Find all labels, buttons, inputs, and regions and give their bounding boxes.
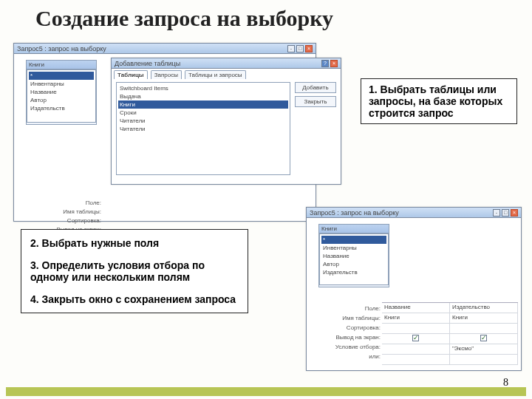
tab-queries[interactable]: Запросы: [151, 70, 182, 79]
grid-row-table[interactable]: Книги Книги: [382, 313, 518, 324]
bg-fields-list[interactable]: * Инвентарны Название Автор Издательств: [27, 69, 96, 123]
checkbox-icon[interactable]: [480, 335, 487, 341]
list-item[interactable]: Switchboard Items: [118, 84, 288, 92]
dialog-list[interactable]: Switchboard Items Выдача Книги Сроки Чит…: [116, 82, 290, 175]
fg-design-grid[interactable]: Название Издательство Книги Книги "Эксмо…: [382, 302, 518, 365]
list-item[interactable]: Автор: [29, 96, 94, 104]
maximize-icon[interactable]: □: [296, 45, 304, 52]
grid-row-field[interactable]: Название Издательство: [382, 303, 518, 313]
fg-table-panel: Книги * Инвентарны Название Автор Издате…: [318, 224, 389, 287]
callout-step1: 1. Выбрать таблицы или запросы, на базе …: [361, 78, 517, 124]
list-item[interactable]: Сроки: [118, 109, 288, 117]
bg-table-panel: Книги * Инвентарны Название Автор Издате…: [26, 60, 97, 125]
list-item[interactable]: Читатели: [118, 125, 288, 133]
list-item[interactable]: Инвентарны: [321, 244, 386, 252]
fg-table-panel-title: Книги: [319, 225, 389, 233]
grid-row-or[interactable]: [382, 355, 518, 365]
bg-table-panel-title: Книги: [27, 61, 96, 69]
grid-cell[interactable]: [450, 334, 518, 344]
list-item[interactable]: Издательств: [321, 268, 386, 276]
close-icon[interactable]: ×: [305, 45, 313, 52]
grid-cell[interactable]: Название: [382, 303, 450, 313]
grid-cell[interactable]: [450, 324, 518, 333]
list-item[interactable]: Название: [29, 88, 94, 96]
list-item[interactable]: *: [29, 72, 94, 80]
list-item[interactable]: Автор: [321, 260, 386, 268]
list-item[interactable]: Издательств: [29, 104, 94, 112]
fg-window-title: Запрос5 : запрос на выборку: [310, 209, 399, 216]
grid-row-criteria[interactable]: "Эксмо": [382, 344, 518, 355]
tab-both[interactable]: Таблицы и запросы: [185, 70, 246, 79]
close-button[interactable]: Закрыть: [295, 96, 336, 107]
tab-tables[interactable]: Таблицы: [114, 70, 148, 79]
callout-steps-box: 2. Выбрать нужные поля 3. Определить усл…: [21, 229, 248, 313]
page-number: 8: [503, 377, 508, 389]
checkbox-icon[interactable]: [412, 335, 419, 341]
dialog-tabs: Таблицы Запросы Таблицы и запросы: [112, 69, 341, 79]
bg-window-title: Запрос5 : запрос на выборку: [17, 45, 106, 52]
grid-cell[interactable]: Книги: [382, 313, 450, 323]
callout-step2: 2. Выбрать нужные поля: [30, 237, 239, 249]
grid-cell[interactable]: [382, 355, 450, 364]
accent-strip-right: [44, 387, 526, 396]
grid-cell[interactable]: [382, 344, 450, 354]
grid-cell[interactable]: Издательство: [450, 303, 518, 313]
fg-grid-labels: Поле: Имя таблицы: Сортировка: Вывод на …: [307, 304, 381, 361]
query-window-foreground: Запрос5 : запрос на выборку ‐ □ × Книги …: [306, 207, 522, 371]
list-item[interactable]: Название: [321, 252, 386, 260]
list-item[interactable]: Книги: [118, 100, 288, 109]
callout-step4: 4. Закрыть окно с сохранением запроса: [30, 293, 239, 305]
grid-cell[interactable]: [382, 334, 450, 344]
minimize-icon[interactable]: ‐: [493, 209, 500, 216]
add-table-dialog: Добавление таблицы ? × Таблицы Запросы Т…: [111, 58, 341, 185]
close-icon[interactable]: ×: [511, 209, 518, 216]
list-item[interactable]: Читатели: [118, 117, 288, 125]
maximize-icon[interactable]: □: [502, 209, 509, 216]
minimize-icon[interactable]: ‐: [287, 45, 295, 52]
list-item[interactable]: Выдача: [118, 92, 288, 100]
grid-row-show[interactable]: [382, 334, 518, 344]
accent-strip-left: [6, 387, 44, 396]
grid-cell[interactable]: [382, 324, 450, 333]
fg-fields-list[interactable]: * Инвентарны Название Автор Издательств: [319, 233, 389, 285]
grid-cell[interactable]: Книги: [450, 313, 518, 323]
bg-window-titlebar: Запрос5 : запрос на выборку ‐ □ ×: [14, 44, 316, 54]
list-item[interactable]: *: [321, 236, 386, 244]
add-button[interactable]: Добавить: [295, 82, 336, 93]
grid-cell[interactable]: "Эксмо": [450, 344, 518, 354]
grid-cell[interactable]: [450, 355, 518, 364]
dialog-title: Добавление таблицы: [115, 60, 180, 67]
list-item[interactable]: Инвентарны: [29, 80, 94, 88]
close-icon[interactable]: ×: [330, 60, 338, 67]
slide-title: Создание запроса на выборку: [35, 6, 333, 31]
help-icon[interactable]: ?: [321, 60, 329, 67]
callout-step3: 3. Определить условия отбора по одному и…: [30, 259, 239, 283]
fg-window-titlebar: Запрос5 : запрос на выборку ‐ □ ×: [307, 208, 521, 218]
grid-row-sort[interactable]: [382, 324, 518, 334]
dialog-titlebar: Добавление таблицы ? ×: [112, 58, 341, 69]
